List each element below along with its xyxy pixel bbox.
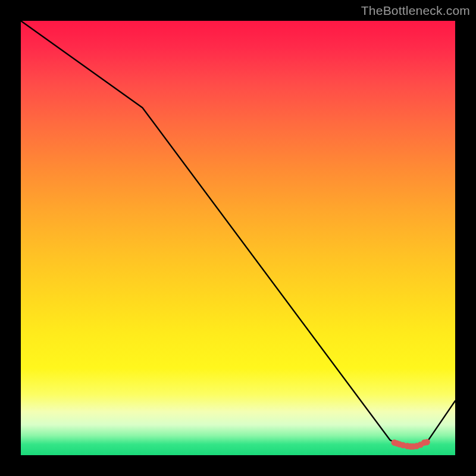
data-marker (424, 439, 430, 446)
chart-container: TheBottleneck.com (0, 0, 476, 476)
plot-area (21, 21, 455, 455)
data-line (21, 21, 455, 446)
data-markers (392, 439, 430, 450)
chart-svg (21, 21, 455, 455)
watermark-text: TheBottleneck.com (361, 4, 470, 18)
